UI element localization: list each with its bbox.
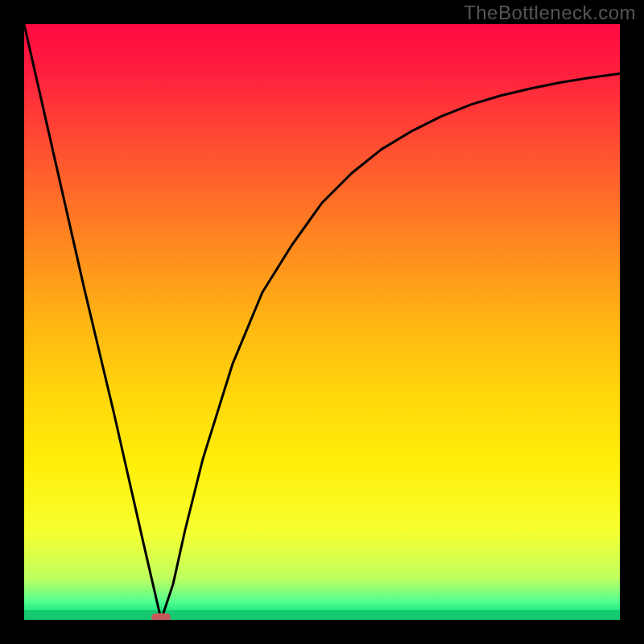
plot-area: [24, 24, 620, 620]
watermark-text: TheBottleneck.com: [464, 2, 636, 24]
minimum-marker-icon: [151, 613, 171, 620]
bottleneck-curve: [24, 24, 620, 620]
chart-frame: TheBottleneck.com: [0, 0, 644, 644]
